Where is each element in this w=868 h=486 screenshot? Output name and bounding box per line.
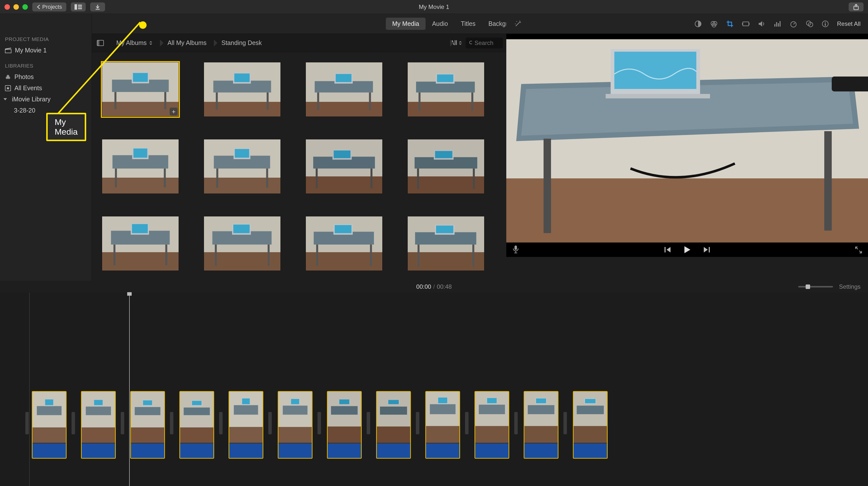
tab-my-media[interactable]: My Media xyxy=(386,18,426,30)
svg-rect-97 xyxy=(268,244,270,266)
media-thumbnail[interactable] xyxy=(306,62,382,117)
timeline-clip[interactable] xyxy=(228,391,263,459)
svg-rect-128 xyxy=(33,428,66,443)
back-to-projects-button[interactable]: Projects xyxy=(32,2,66,11)
media-thumbnail[interactable] xyxy=(204,216,281,271)
color-correction-icon[interactable] xyxy=(710,20,718,28)
volume-icon[interactable] xyxy=(757,20,766,28)
playback-controls xyxy=(506,243,868,257)
clip-handle[interactable] xyxy=(367,412,370,434)
clip-handle[interactable] xyxy=(514,412,518,434)
timeline-clip[interactable] xyxy=(524,391,558,459)
color-balance-icon[interactable] xyxy=(694,20,702,28)
close-window-button[interactable] xyxy=(4,4,10,10)
svg-rect-149 xyxy=(234,405,258,415)
media-thumbnail[interactable] xyxy=(306,216,382,271)
noise-equalizer-icon[interactable] xyxy=(773,20,782,28)
svg-rect-66 xyxy=(204,178,280,194)
breadcrumb-level-3[interactable]: Standing Desk xyxy=(214,39,450,47)
timeline-clip[interactable] xyxy=(130,391,165,459)
media-thumbnail[interactable]: + xyxy=(102,62,179,117)
breadcrumb-level-1[interactable]: My Albums xyxy=(109,39,160,47)
timeline-clip[interactable] xyxy=(573,391,608,459)
timeline-clip[interactable] xyxy=(278,391,312,459)
sidebar-item-project[interactable]: My Movie 1 xyxy=(0,45,92,56)
media-thumbnail[interactable] xyxy=(407,139,485,194)
media-thumbnail[interactable] xyxy=(204,62,281,117)
timeline-clip[interactable] xyxy=(376,391,411,459)
timeline-info-bar: 00:00 / 00:48 Settings xyxy=(0,281,868,293)
timeline-clip[interactable] xyxy=(81,391,116,459)
minimize-window-button[interactable] xyxy=(13,4,19,10)
import-button[interactable] xyxy=(90,2,105,11)
clip-thumbnail xyxy=(328,392,361,443)
timeline-clip[interactable] xyxy=(32,391,67,459)
svg-rect-136 xyxy=(94,400,102,405)
media-thumbnail[interactable] xyxy=(407,62,485,117)
clip-handle[interactable] xyxy=(416,412,420,434)
star-box-icon xyxy=(5,85,11,91)
reset-all-button[interactable]: Reset All xyxy=(837,20,861,27)
svg-rect-22 xyxy=(5,50,11,53)
library-list-toggle-button[interactable] xyxy=(71,2,86,11)
timeline-zoom-slider[interactable] xyxy=(798,286,833,287)
crop-icon[interactable] xyxy=(726,20,734,28)
speed-icon[interactable] xyxy=(789,20,798,28)
svg-rect-0 xyxy=(74,4,77,10)
svg-rect-125 xyxy=(664,247,665,252)
timeline-clip[interactable] xyxy=(474,391,509,459)
play-button[interactable] xyxy=(683,246,691,254)
clip-handle[interactable] xyxy=(317,412,321,434)
svg-rect-183 xyxy=(574,426,607,443)
tab-titles[interactable]: Titles xyxy=(454,18,482,30)
svg-rect-61 xyxy=(115,169,117,187)
search-input[interactable] xyxy=(474,39,499,47)
info-icon[interactable] xyxy=(821,20,830,28)
enhance-wand-icon[interactable] xyxy=(514,20,522,28)
clip-handle[interactable] xyxy=(219,412,223,434)
next-frame-button[interactable] xyxy=(703,246,710,253)
clip-filter-icon[interactable] xyxy=(805,20,814,28)
share-button[interactable] xyxy=(848,2,864,11)
timeline-settings-button[interactable]: Settings xyxy=(839,283,861,290)
svg-rect-3 xyxy=(78,8,82,9)
timeline-clip[interactable] xyxy=(425,391,460,459)
svg-rect-171 xyxy=(438,398,447,403)
clip-handle[interactable] xyxy=(71,412,75,434)
media-search[interactable] xyxy=(466,37,503,49)
media-thumbnail[interactable] xyxy=(102,139,179,194)
svg-rect-59 xyxy=(102,178,179,194)
clip-handle[interactable] xyxy=(170,412,174,434)
svg-rect-14 xyxy=(778,23,779,27)
media-browser: + xyxy=(92,52,506,281)
media-thumbnail[interactable] xyxy=(407,216,485,271)
timeline[interactable] xyxy=(0,293,868,486)
svg-point-25 xyxy=(8,77,10,79)
fullscreen-button[interactable] xyxy=(855,246,862,253)
svg-rect-133 xyxy=(82,428,115,443)
prev-frame-button[interactable] xyxy=(664,246,672,253)
timeline-clip[interactable] xyxy=(179,391,214,459)
clip-handle[interactable] xyxy=(563,412,567,434)
svg-rect-126 xyxy=(709,247,710,252)
add-to-timeline-button[interactable]: + xyxy=(170,108,178,116)
clip-handle[interactable] xyxy=(268,412,272,434)
tab-audio[interactable]: Audio xyxy=(426,18,454,30)
maximize-window-button[interactable] xyxy=(22,4,28,10)
breadcrumb-level-2[interactable]: All My Albums xyxy=(160,39,214,47)
svg-rect-40 xyxy=(216,92,218,110)
svg-rect-123 xyxy=(832,77,868,91)
disclosure-triangle-icon[interactable] xyxy=(3,98,7,100)
clip-handle[interactable] xyxy=(465,412,468,434)
timeline-clip[interactable] xyxy=(327,391,362,459)
sidebar-item-imovie-library[interactable]: iMovie Library xyxy=(0,94,92,105)
media-thumbnail[interactable] xyxy=(204,139,281,194)
hide-browser-icon[interactable] xyxy=(97,40,104,46)
media-thumbnail[interactable] xyxy=(102,216,179,271)
sidebar-item-photos[interactable]: Photos xyxy=(0,71,92,83)
clip-handle[interactable] xyxy=(25,412,29,434)
stabilization-icon[interactable] xyxy=(742,20,750,28)
svg-rect-115 xyxy=(506,178,868,243)
media-thumbnail[interactable] xyxy=(306,139,382,194)
clip-handle[interactable] xyxy=(121,412,124,434)
